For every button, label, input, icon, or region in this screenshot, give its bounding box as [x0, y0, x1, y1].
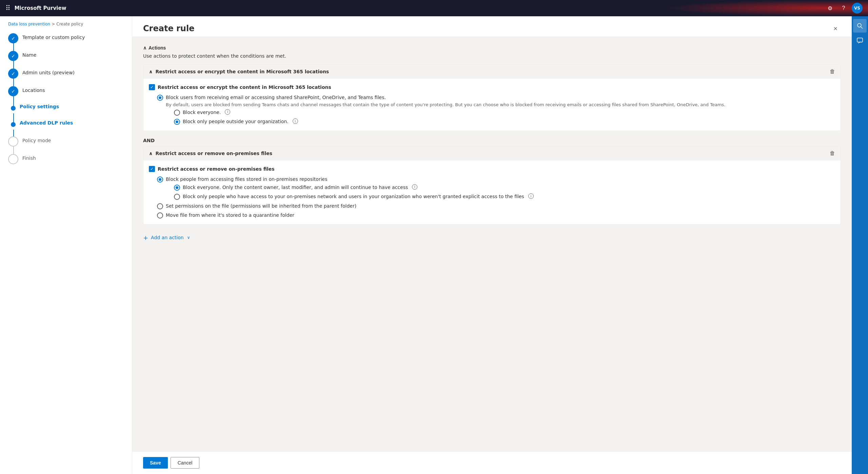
action-card-1-radio-group: Block users from receiving email or acce… — [149, 94, 835, 125]
action-card-2-radio-3-label: Move file from where it's stored to a qu… — [166, 212, 294, 219]
content-header: Create rule × — [132, 16, 852, 37]
action-card-1-radio-1[interactable]: Block users from receiving email or acce… — [157, 94, 835, 125]
settings-icon[interactable]: ⚙ — [825, 3, 835, 14]
action-card-2-sub-radio-1[interactable]: Block everyone. Only the content owner, … — [174, 184, 534, 191]
action-card-1-checkbox-row[interactable]: ✓ Restrict access or encrypt the content… — [149, 84, 835, 90]
step-label-policy-settings: Policy settings — [20, 102, 59, 119]
action-card-1-sub-radio-2[interactable]: Block only people outside your organizat… — [174, 118, 725, 125]
help-icon[interactable]: ? — [838, 3, 849, 14]
breadcrumb: Data loss prevention > Create policy — [0, 22, 132, 32]
action-card-2-title: ∧ Restrict access or remove on-premises … — [149, 151, 272, 156]
breadcrumb-current: Create policy — [56, 22, 83, 26]
close-button[interactable]: × — [830, 23, 841, 34]
action-card-2-sub-radio-2-btn[interactable] — [174, 194, 180, 200]
action-card-2-header: ∧ Restrict access or remove on-premises … — [143, 146, 841, 160]
content-area: Create rule × ∧ Actions Use actions to p… — [132, 16, 852, 474]
sidebar-item-advanced-dlp[interactable]: Advanced DLP rules — [8, 119, 124, 135]
breadcrumb-parent[interactable]: Data loss prevention — [8, 22, 50, 26]
action-card-2-radio-1[interactable]: Block people from accessing files stored… — [157, 176, 835, 200]
action-card-1-sub-radio-1-info[interactable]: i — [225, 109, 230, 115]
action-card-1-body: ✓ Restrict access or encrypt the content… — [143, 79, 841, 131]
action-card-2-checkbox[interactable]: ✓ — [149, 166, 155, 172]
action-card-2-radio-2-label: Set permissions on the file (permissions… — [166, 203, 356, 210]
action-card-2-title-text: Restrict access or remove on-premises fi… — [155, 151, 272, 156]
sidebar-item-template[interactable]: ✓ Template or custom policy — [8, 32, 124, 50]
content-scroll: ∧ Actions Use actions to protect content… — [132, 37, 852, 451]
page-title: Create rule — [143, 24, 194, 33]
step-icon-advanced-dlp — [11, 122, 16, 127]
sidebar: Data loss prevention > Create policy ✓ T… — [0, 16, 132, 474]
add-action-chevron-icon: ∨ — [187, 235, 190, 240]
cancel-button[interactable]: Cancel — [171, 457, 200, 469]
step-label-name: Name — [22, 50, 36, 67]
action-card-2-radio-1-btn[interactable] — [157, 176, 163, 183]
action-card-2-radio-3-btn[interactable] — [157, 212, 163, 219]
content-footer: Save Cancel — [132, 451, 852, 474]
action-card-2-sub-radio-2-info[interactable]: i — [528, 193, 534, 199]
action-card-2-radio-2[interactable]: Set permissions on the file (permissions… — [157, 203, 835, 210]
action-card-2-radio-group: Block people from accessing files stored… — [149, 176, 835, 219]
breadcrumb-separator: > — [52, 22, 55, 26]
add-action-plus-icon: + — [143, 234, 148, 241]
save-button[interactable]: Save — [143, 457, 168, 469]
svg-point-0 — [857, 23, 861, 27]
svg-line-1 — [861, 27, 863, 29]
actions-description: Use actions to protect content when the … — [143, 53, 841, 59]
action-card-1-radio-1-label: Block users from receiving email or acce… — [166, 94, 725, 101]
action-card-1-toggle-icon: ∧ — [149, 69, 153, 74]
action-card-2-checkbox-label: Restrict access or remove on-premises fi… — [158, 166, 275, 172]
action-card-1-sub-radio-1-label: Block everyone. — [183, 109, 221, 116]
step-label-advanced-dlp: Advanced DLP rules — [20, 119, 73, 135]
action-card-1-sub-radio-2-btn[interactable] — [174, 119, 180, 125]
action-card-1-radio-1-desc: By default, users are blocked from sendi… — [166, 102, 725, 108]
action-card-2-body: ✓ Restrict access or remove on-premises … — [143, 160, 841, 224]
action-card-2-sub-radio-1-btn[interactable] — [174, 185, 180, 191]
right-panel-search-button[interactable] — [853, 19, 867, 33]
action-card-2-sub-radio-2[interactable]: Block only people who have access to you… — [174, 193, 534, 200]
action-card-1-sub-radio-2-label: Block only people outside your organizat… — [183, 118, 289, 125]
sidebar-steps: ✓ Template or custom policy ✓ Name ✓ Adm… — [0, 32, 132, 170]
action-card-1-sub-radio-1-btn[interactable] — [174, 110, 180, 116]
and-label: AND — [143, 135, 841, 146]
sidebar-item-name[interactable]: ✓ Name — [8, 50, 124, 67]
sidebar-item-locations[interactable]: ✓ Locations — [8, 85, 124, 102]
sidebar-item-finish[interactable]: Finish — [8, 153, 124, 170]
sidebar-item-policy-settings[interactable]: Policy settings — [8, 102, 124, 119]
action-card-1-sub-radio-group: Block everyone. i Block only people outs… — [166, 109, 725, 125]
step-icon-finish — [8, 154, 18, 164]
action-card-2-sub-radio-1-info[interactable]: i — [412, 184, 417, 190]
brand-title: Microsoft Purview — [15, 5, 66, 11]
action-card-2-sub-radio-group: Block everyone. Only the content owner, … — [166, 184, 534, 200]
avatar[interactable]: VS — [852, 3, 863, 14]
step-icon-template: ✓ — [8, 33, 18, 43]
action-card-1-radio-1-btn[interactable] — [157, 95, 163, 101]
step-label-locations: Locations — [22, 85, 45, 102]
action-card-2-radio-3[interactable]: Move file from where it's stored to a qu… — [157, 212, 835, 219]
action-card-2-radio-2-btn[interactable] — [157, 203, 163, 209]
action-card-1-sub-radio-1[interactable]: Block everyone. i — [174, 109, 725, 116]
step-label-admin: Admin units (preview) — [22, 67, 75, 85]
add-action-row[interactable]: + Add an action ∨ — [143, 229, 841, 244]
action-card-1-title-text: Restrict access or encrypt the content i… — [155, 69, 329, 74]
action-card-2-toggle-icon: ∧ — [149, 151, 153, 156]
action-card-2-delete-button[interactable]: 🗑 — [830, 150, 835, 156]
action-card-1-header: ∧ Restrict access or encrypt the content… — [143, 64, 841, 79]
action-card-1-checkbox-label: Restrict access or encrypt the content i… — [158, 84, 331, 90]
actions-title: Actions — [149, 45, 166, 51]
app-menu-icon[interactable]: ⠿ — [5, 4, 11, 12]
action-card-2-checkbox-row[interactable]: ✓ Restrict access or remove on-premises … — [149, 166, 835, 172]
sidebar-item-admin[interactable]: ✓ Admin units (preview) — [8, 67, 124, 85]
sidebar-item-policy-mode[interactable]: Policy mode — [8, 135, 124, 153]
action-card-1-checkbox[interactable]: ✓ — [149, 84, 155, 90]
step-label-finish: Finish — [22, 153, 36, 170]
svg-rect-2 — [857, 38, 863, 42]
step-label-template: Template or custom policy — [22, 32, 85, 50]
action-card-1: ∧ Restrict access or encrypt the content… — [143, 64, 841, 131]
action-card-1-sub-radio-2-info[interactable]: i — [293, 118, 298, 124]
actions-section-header: ∧ Actions — [143, 45, 841, 51]
nav-icons: ⚙ ? VS — [825, 3, 863, 14]
action-card-1-delete-button[interactable]: 🗑 — [830, 69, 835, 75]
actions-toggle[interactable]: ∧ Actions — [143, 45, 166, 51]
actions-toggle-icon: ∧ — [143, 45, 146, 51]
right-panel-chat-button[interactable] — [853, 34, 867, 48]
